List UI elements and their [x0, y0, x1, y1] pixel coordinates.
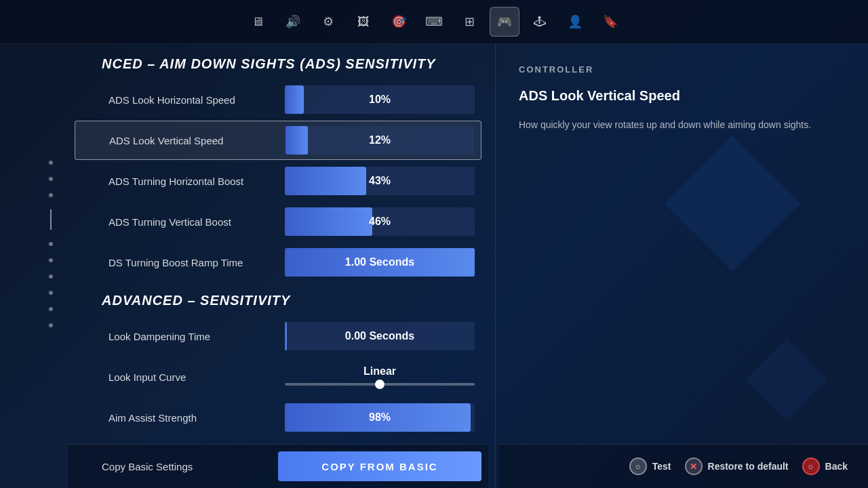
- aim-icon[interactable]: 🎯: [384, 7, 414, 37]
- ads-horizontal-speed-bar[interactable]: 10%: [285, 85, 475, 114]
- back-icon: ○: [802, 458, 820, 475]
- look-dampening-label: Look Dampening Time: [108, 331, 285, 342]
- ads-turning-vertical-label: ADS Turning Vertical Boost: [108, 216, 285, 228]
- display-icon[interactable]: 🖼: [349, 7, 378, 37]
- monitor-icon[interactable]: 🖥: [243, 7, 273, 37]
- restore-default-button[interactable]: ✕ Restore to default: [685, 458, 789, 475]
- ads-turning-horizontal-bar[interactable]: 43%: [285, 167, 475, 195]
- ads-turning-vertical-row[interactable]: ADS Turning Vertical Boost 46%: [75, 202, 481, 241]
- ads-horizontal-speed-row[interactable]: ADS Look Horizontal Speed 10%: [75, 80, 481, 119]
- slider-track[interactable]: [285, 383, 475, 386]
- ads-ramp-time-row[interactable]: DS Turning Boost Ramp Time 1.00 Seconds: [75, 243, 481, 282]
- controller-label: CONTROLLER: [519, 64, 848, 75]
- copy-settings-label: Copy Basic Settings: [102, 461, 278, 472]
- advanced-settings-list: Look Dampening Time 0.00 Seconds Look In…: [68, 317, 488, 437]
- controller-nav-icon[interactable]: 🎮: [490, 7, 519, 37]
- user-icon[interactable]: 👤: [560, 7, 590, 37]
- look-input-curve-label: Look Input Curve: [108, 371, 285, 383]
- gamepad-icon[interactable]: 🕹: [525, 7, 555, 37]
- section2-title: ADVANCED – SENSITIVITY: [102, 293, 290, 308]
- bottom-navigation: ○ Test ✕ Restore to default ○ Back: [498, 444, 868, 488]
- main-content: NCED – AIM DOWN SIGHTS (ADS) SENSITIVITY…: [68, 44, 488, 488]
- advanced-section-header: ADVANCED – SENSITIVITY: [68, 283, 488, 317]
- keyboard-icon[interactable]: ⌨: [419, 7, 449, 37]
- ads-ramp-time-label: DS Turning Boost Ramp Time: [108, 257, 285, 268]
- copy-settings-bar: Copy Basic Settings COPY FROM BASIC: [68, 444, 488, 488]
- ads-vertical-speed-row[interactable]: ADS Look Vertical Speed 12%: [75, 121, 481, 160]
- look-dampening-value: 0.00 Seconds: [285, 330, 475, 342]
- gear-icon[interactable]: ⚙: [313, 7, 343, 37]
- ads-ramp-time-bar[interactable]: 1.00 Seconds: [285, 248, 475, 277]
- badge-icon[interactable]: 🔖: [595, 7, 625, 37]
- right-panel-title: ADS Look Vertical Speed: [519, 88, 848, 104]
- panel-divider: [495, 44, 496, 488]
- speaker-icon[interactable]: 🔊: [278, 7, 308, 37]
- right-info-panel: CONTROLLER ADS Look Vertical Speed How q…: [498, 44, 868, 444]
- slider-thumb[interactable]: [375, 380, 384, 389]
- aim-assist-bar[interactable]: 98%: [285, 403, 475, 432]
- back-label: Back: [825, 461, 848, 472]
- ads-horizontal-speed-label: ADS Look Horizontal Speed: [108, 94, 285, 106]
- ads-vertical-speed-label: ADS Look Vertical Speed: [109, 135, 285, 146]
- look-dampening-bar[interactable]: 0.00 Seconds: [285, 322, 475, 350]
- look-dampening-row[interactable]: Look Dampening Time 0.00 Seconds: [75, 317, 481, 356]
- restore-label: Restore to default: [708, 461, 789, 472]
- back-button[interactable]: ○ Back: [802, 458, 848, 475]
- ads-turning-horizontal-row[interactable]: ADS Turning Horizontal Boost 43%: [75, 161, 481, 201]
- aim-assist-value: 98%: [285, 411, 475, 424]
- aim-assist-row[interactable]: Aim Assist Strength 98%: [75, 398, 481, 437]
- sidebar-dots: [41, 54, 61, 434]
- restore-icon: ✕: [685, 458, 703, 475]
- look-input-curve-slider-container[interactable]: Linear: [285, 360, 475, 394]
- grid-icon[interactable]: ⊞: [454, 7, 484, 37]
- aim-assist-label: Aim Assist Strength: [108, 412, 285, 424]
- ads-vertical-speed-bar[interactable]: 12%: [285, 126, 474, 155]
- ads-section-header: NCED – AIM DOWN SIGHTS (ADS) SENSITIVITY: [68, 44, 488, 80]
- ads-turning-vertical-bar[interactable]: 46%: [285, 207, 475, 236]
- ads-settings-list: ADS Look Horizontal Speed 10% ADS Look V…: [68, 80, 488, 282]
- top-navigation: 🖥 🔊 ⚙ 🖼 🎯 ⌨ ⊞ 🎮 🕹 👤 🔖: [0, 0, 868, 44]
- section1-title: NCED – AIM DOWN SIGHTS (ADS) SENSITIVITY: [102, 56, 436, 71]
- copy-from-basic-button[interactable]: COPY FROM BASIC: [278, 451, 481, 481]
- ads-horizontal-speed-value: 10%: [285, 94, 475, 106]
- ads-turning-horizontal-value: 43%: [285, 175, 475, 187]
- look-input-curve-value: Linear: [285, 365, 475, 378]
- test-button[interactable]: ○ Test: [629, 458, 671, 475]
- ads-ramp-time-value: 1.00 Seconds: [285, 256, 475, 268]
- ads-turning-horizontal-label: ADS Turning Horizontal Boost: [108, 176, 285, 187]
- look-input-curve-row[interactable]: Look Input Curve Linear: [75, 357, 481, 396]
- ads-turning-vertical-value: 46%: [285, 216, 475, 228]
- test-label: Test: [652, 461, 671, 472]
- ads-vertical-speed-value: 12%: [285, 134, 474, 146]
- test-icon: ○: [629, 458, 647, 475]
- right-panel-description: How quickly your view rotates up and dow…: [519, 117, 848, 132]
